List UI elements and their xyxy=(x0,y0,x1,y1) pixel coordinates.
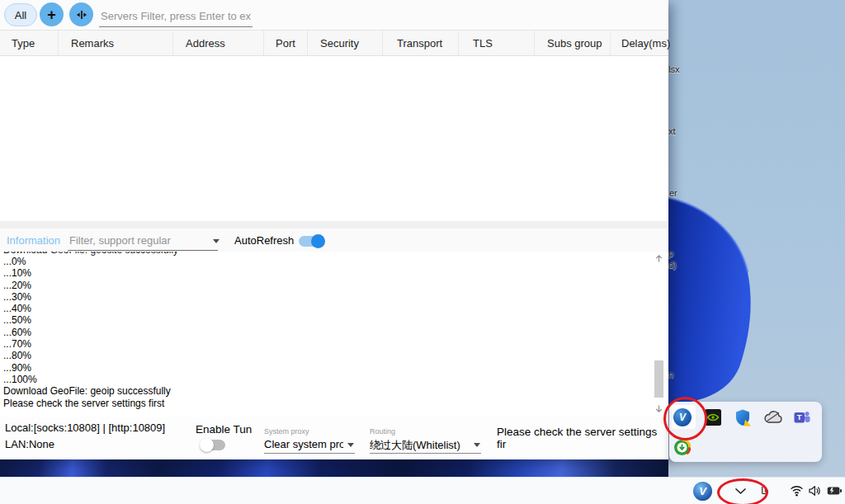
log-filter-input[interactable] xyxy=(68,230,218,251)
log-scrollbar[interactable] xyxy=(653,252,665,417)
log-line: Please check the server settings first xyxy=(0,398,647,409)
server-table-header: TypeRemarksAddressPortSecurityTransportT… xyxy=(0,30,668,56)
system-proxy-label: System proxy xyxy=(264,427,309,436)
column-header[interactable]: Delay(ms) xyxy=(611,31,668,55)
desktop-icon-label[interactable]: p xyxy=(668,248,673,258)
chevron-down-icon[interactable] xyxy=(347,443,354,447)
scroll-down-icon[interactable] xyxy=(654,404,663,413)
autorefresh-label: AutoRefresh xyxy=(234,234,294,247)
tray-overflow-flyout: V T xyxy=(669,402,822,462)
desktop-icon-label[interactable]: n xyxy=(668,370,673,379)
subscription-group-all-button[interactable]: All xyxy=(4,3,37,26)
desktop-icon-label[interactable]: d) xyxy=(668,260,677,270)
column-header[interactable]: Port xyxy=(264,31,308,55)
column-header[interactable]: TLS xyxy=(459,31,535,55)
log-panel-header: Information AutoRefresh xyxy=(0,228,668,252)
hidden-icons-chevron[interactable] xyxy=(734,488,747,495)
log-line: ...70% xyxy=(0,338,647,350)
panel-splitter[interactable] xyxy=(0,221,668,228)
servers-filter-input[interactable] xyxy=(99,5,253,27)
log-line: ...90% xyxy=(0,362,647,374)
column-header[interactable]: Remarks xyxy=(59,31,173,55)
windows-security-tray-icon[interactable] xyxy=(734,408,752,426)
server-table-body[interactable] xyxy=(0,56,668,221)
log-line: Download GeoFile: geoip successfully xyxy=(0,385,647,397)
log-line: ...10% xyxy=(0,267,647,279)
v2rayn-logo-letter: V xyxy=(679,412,686,423)
chevron-down-icon[interactable] xyxy=(213,239,220,243)
log-line: ...60% xyxy=(0,327,647,338)
scrollbar-thumb[interactable] xyxy=(654,360,663,398)
log-line: ...50% xyxy=(0,314,647,326)
log-output[interactable]: Download GeoFile: geosite successfully .… xyxy=(0,252,647,417)
routing-select[interactable]: 绕过大陆(Whitelist) xyxy=(370,438,469,453)
wifi-icon[interactable] xyxy=(790,485,804,497)
server-toolbar: All + xyxy=(0,0,668,30)
wallpaper-bottom-band xyxy=(0,459,668,477)
status-message: Please check the server settings fir xyxy=(497,426,668,450)
routing-label: Routing xyxy=(370,427,395,436)
column-header[interactable]: Address xyxy=(173,31,264,55)
log-line: ...100% xyxy=(0,374,647,385)
toggle-knob xyxy=(200,438,214,452)
system-proxy-select[interactable]: Clear system prox xyxy=(264,438,343,450)
underline xyxy=(264,453,355,454)
cloud-tray-icon[interactable] xyxy=(763,410,781,428)
log-line: ...20% xyxy=(0,280,647,291)
enable-tun-label: Enable Tun xyxy=(196,423,252,436)
local-listen-info: Local:[socks:10808] | [http:10809] xyxy=(5,422,165,434)
volume-icon[interactable] xyxy=(809,485,821,497)
status-bar: Local:[socks:10808] | [http:10809] LAN:N… xyxy=(0,417,668,459)
chevron-down-icon[interactable] xyxy=(474,443,480,447)
log-line: ...0% xyxy=(0,256,647,267)
split-arrows-icon xyxy=(76,10,87,20)
split-view-button[interactable] xyxy=(69,2,93,26)
column-header[interactable]: Security xyxy=(308,31,383,55)
battery-icon[interactable] xyxy=(827,486,843,496)
screen: lsx xt er p d) n All + TypeRemarksAddres… xyxy=(0,0,845,504)
v2rayn-logo-letter: V xyxy=(699,485,706,497)
language-indicator[interactable]: فا xyxy=(761,485,768,497)
teams-tray-icon[interactable]: T xyxy=(793,408,811,426)
column-header[interactable]: Transport xyxy=(383,31,459,55)
taskbar xyxy=(0,477,845,504)
toggle-knob xyxy=(311,234,325,248)
idm-tray-icon[interactable] xyxy=(673,439,692,457)
log-line: ...80% xyxy=(0,350,647,361)
v2rayn-main-window: All + TypeRemarksAddressPortSecurityTran… xyxy=(0,0,668,459)
column-header[interactable]: Type xyxy=(0,31,59,55)
svg-text:T: T xyxy=(797,412,802,422)
underline xyxy=(370,453,481,454)
desktop-icon-label[interactable]: xt xyxy=(668,126,676,136)
v2rayn-tray-icon[interactable]: V xyxy=(673,408,692,426)
scroll-up-icon[interactable] xyxy=(654,254,663,263)
log-line: ...40% xyxy=(0,303,647,314)
desktop-icon-label[interactable]: er xyxy=(669,188,677,198)
tab-information[interactable]: Information xyxy=(7,234,60,247)
enable-tun-toggle[interactable] xyxy=(201,440,225,450)
column-header[interactable]: Subs group xyxy=(535,31,611,55)
autorefresh-toggle[interactable] xyxy=(299,236,323,247)
log-line: ...30% xyxy=(0,291,647,303)
lan-info: LAN:None xyxy=(5,438,54,450)
desktop-icon-label[interactable]: lsx xyxy=(668,64,679,74)
nvidia-tray-icon[interactable] xyxy=(704,408,722,426)
v2rayn-taskbar-icon[interactable]: V xyxy=(693,482,712,501)
add-server-button[interactable]: + xyxy=(40,2,64,26)
